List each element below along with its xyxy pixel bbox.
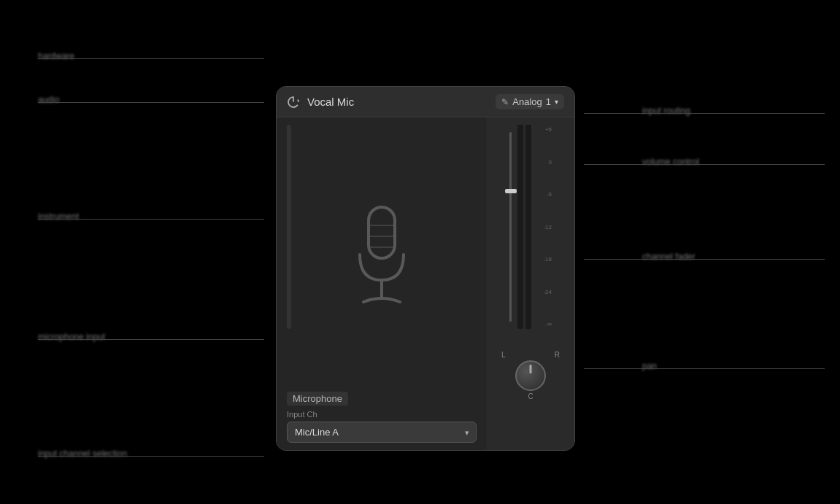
- level-bar-left: [287, 125, 291, 329]
- scale-mark-inf: -∞: [537, 321, 552, 327]
- annotation-line-mic-input: [38, 339, 264, 340]
- mic-panel: Microphone Input Ch Mic/Line A Mic/Line …: [277, 117, 487, 450]
- chevron-down-icon: ▾: [555, 98, 558, 106]
- annotation-line-pan: [584, 368, 825, 369]
- annotation-hardware: hardware: [38, 51, 74, 61]
- scale-mark-0: 0: [537, 159, 552, 166]
- card-body: Microphone Input Ch Mic/Line A Mic/Line …: [277, 117, 574, 450]
- card-header: Vocal Mic ✎ Analog 1 ▾: [277, 87, 574, 117]
- faders-row: +6 0 -6 -12 -18 -24 -∞: [493, 125, 569, 344]
- annotation-line-input-ch: [38, 456, 264, 457]
- pan-center-label: C: [528, 392, 533, 400]
- annotation-mic-input: microphone input: [38, 332, 105, 342]
- microphone-icon: [331, 200, 433, 317]
- audio-channel-card: Vocal Mic ✎ Analog 1 ▾: [276, 86, 575, 451]
- meter-bar-left: [517, 125, 523, 329]
- annotation-pan: pan: [642, 361, 657, 371]
- annotation-line-audio: [38, 102, 264, 103]
- scale-mark-neg12: -12: [537, 224, 552, 230]
- annotation-line-fader: [584, 259, 825, 260]
- annotation-line-volume: [584, 164, 825, 165]
- power-button[interactable]: [287, 96, 300, 109]
- annotation-line-instrument: [38, 219, 264, 220]
- channel-title: Vocal Mic: [307, 96, 488, 108]
- pan-knob[interactable]: [515, 360, 546, 391]
- level-meters: [517, 125, 531, 329]
- scale-mark-neg6: -6: [537, 191, 552, 198]
- edit-icon: ✎: [501, 97, 509, 107]
- annotation-routing: input routing: [642, 106, 690, 116]
- svg-rect-2: [369, 207, 395, 258]
- fader-track: [509, 132, 512, 322]
- input-selector[interactable]: ✎ Analog 1 ▾: [496, 94, 564, 109]
- annotation-line-routing: [584, 113, 825, 114]
- annotation-fader: channel fader: [642, 252, 695, 262]
- scale-mark-neg24: -24: [537, 289, 552, 295]
- annotation-volume: volume control: [642, 157, 699, 167]
- input-type: Analog: [512, 96, 542, 107]
- mic-info: Microphone Input Ch Mic/Line A Mic/Line …: [287, 392, 477, 443]
- pan-label-left: L: [501, 351, 506, 359]
- meter-bar-right: [525, 125, 531, 329]
- fader-panel: +6 0 -6 -12 -18 -24 -∞ L R C: [487, 117, 574, 450]
- pan-labels: L R: [501, 351, 560, 359]
- annotation-audio: audio: [38, 95, 59, 105]
- scale-mark-neg18: -18: [537, 256, 552, 263]
- scale-marks: +6 0 -6 -12 -18 -24 -∞: [537, 125, 552, 329]
- input-ch-label: Input Ch: [287, 410, 477, 419]
- volume-fader-container[interactable]: [509, 125, 512, 329]
- mic-type-label: Microphone: [287, 392, 348, 406]
- annotation-line-hardware: [38, 58, 264, 59]
- scale-mark-6: +6: [537, 126, 552, 133]
- mic-icon-area: [287, 125, 477, 392]
- annotation-instrument: instrument: [38, 212, 79, 222]
- fader-thumb[interactable]: [505, 189, 517, 193]
- input-number: 1: [546, 96, 551, 107]
- input-channel-wrapper: Mic/Line A Mic/Line B Line 1 Line 2 ▾: [287, 422, 477, 443]
- pan-label-right: R: [555, 351, 560, 359]
- pan-area: L R C: [493, 351, 569, 400]
- input-channel-select[interactable]: Mic/Line A Mic/Line B Line 1 Line 2: [287, 422, 477, 443]
- annotation-input-ch: input channel selection: [38, 449, 127, 459]
